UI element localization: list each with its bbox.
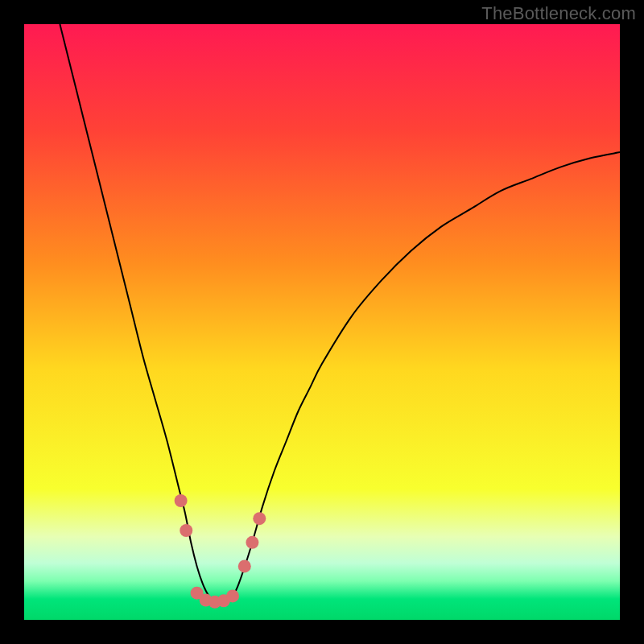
chart-background bbox=[24, 24, 620, 620]
curve-marker bbox=[180, 524, 192, 537]
curve-marker bbox=[253, 512, 266, 525]
chart-frame: TheBottleneck.com bbox=[0, 0, 644, 644]
watermark-text: TheBottleneck.com bbox=[481, 3, 636, 24]
curve-marker bbox=[226, 589, 239, 602]
curve-marker bbox=[246, 536, 258, 549]
curve-marker bbox=[175, 494, 188, 507]
bottleneck-chart bbox=[24, 24, 620, 620]
curve-marker bbox=[238, 559, 251, 572]
